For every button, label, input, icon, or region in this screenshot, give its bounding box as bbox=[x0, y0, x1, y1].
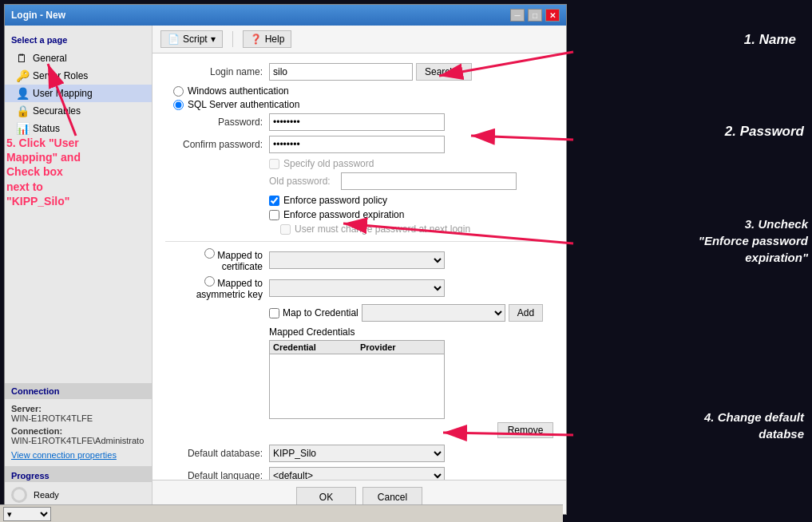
mapped-key-select[interactable] bbox=[269, 279, 445, 297]
sidebar-section-title: Select a page bbox=[5, 32, 152, 49]
remove-button[interactable]: Remove bbox=[497, 422, 553, 438]
sidebar-item-status[interactable]: 📊 Status bbox=[5, 120, 152, 137]
map-credential-checkbox[interactable] bbox=[269, 308, 279, 318]
status-icon: 📊 bbox=[16, 122, 29, 135]
credentials-table: Credential Provider bbox=[269, 340, 445, 419]
login-name-input[interactable] bbox=[269, 63, 413, 81]
provider-col-header: Provider bbox=[357, 341, 444, 354]
toolbar: 📄 Script ▾ ❓ Help bbox=[152, 26, 566, 53]
server-value: WIN-E1ROTK4TLFE bbox=[11, 413, 93, 423]
progress-title: Progress bbox=[5, 466, 152, 482]
main-content: 📄 Script ▾ ❓ Help Login name: Search... bbox=[152, 26, 566, 514]
sidebar: Select a page 🗒 General 🔑 Server Roles 👤… bbox=[5, 26, 152, 514]
default-database-label: Default database: bbox=[165, 448, 269, 459]
connection-label: Connection: bbox=[11, 426, 145, 436]
annotation-name: 1. Name bbox=[744, 32, 796, 48]
form-area: Login name: Search... Windows authentica… bbox=[152, 53, 566, 480]
main-window: Login - New ─ □ ✕ Select a page 🗒 Genera… bbox=[4, 4, 567, 515]
mapped-cert-select[interactable] bbox=[269, 251, 445, 269]
auth-radio-group: Windows authentication SQL Server authen… bbox=[173, 85, 553, 110]
confirm-password-row: Confirm password: bbox=[165, 136, 553, 153]
enforce-expiration-label: Enforce password expiration bbox=[283, 209, 404, 220]
specify-old-password-checkbox[interactable] bbox=[269, 159, 279, 169]
login-name-label: Login name: bbox=[165, 66, 269, 77]
minimize-button[interactable]: ─ bbox=[510, 9, 525, 22]
title-bar: Login - New ─ □ ✕ bbox=[5, 5, 566, 26]
sql-auth-item[interactable]: SQL Server authentication bbox=[173, 99, 553, 110]
add-button[interactable]: Add bbox=[509, 304, 543, 322]
enforce-policy-label: Enforce password policy bbox=[283, 195, 387, 206]
window-body: Select a page 🗒 General 🔑 Server Roles 👤… bbox=[5, 26, 566, 514]
mapped-credentials-label: Mapped Credentials bbox=[269, 326, 553, 338]
sidebar-item-general[interactable]: 🗒 General bbox=[5, 49, 152, 67]
old-password-row: Old password: bbox=[269, 172, 553, 190]
close-button[interactable]: ✕ bbox=[545, 9, 560, 22]
script-button[interactable]: 📄 Script ▾ bbox=[160, 30, 223, 48]
sql-auth-label: SQL Server authentication bbox=[188, 99, 299, 110]
securables-icon: 🔒 bbox=[16, 105, 29, 117]
script-dropdown-icon: ▾ bbox=[211, 34, 216, 45]
connection-info: Server: WIN-E1ROTK4TLFE Connection: WIN-… bbox=[5, 399, 152, 450]
user-must-change-label: User must change password at next login bbox=[295, 223, 470, 235]
sidebar-label-status: Status bbox=[33, 123, 60, 134]
sidebar-label-securables: Securables bbox=[33, 105, 81, 117]
sidebar-item-server-roles[interactable]: 🔑 Server Roles bbox=[5, 67, 152, 85]
default-language-select[interactable]: <default> bbox=[269, 467, 445, 480]
old-password-label: Old password: bbox=[269, 176, 341, 187]
mapped-cert-radio[interactable] bbox=[204, 248, 215, 259]
progress-status: Ready bbox=[34, 490, 59, 500]
user-must-change-checkbox[interactable] bbox=[280, 224, 291, 235]
confirm-password-input[interactable] bbox=[269, 136, 445, 153]
progress-spinner bbox=[11, 487, 27, 503]
mapped-cert-label: Mapped to certificate bbox=[217, 250, 263, 272]
map-credential-row: Map to Credential Add bbox=[269, 304, 553, 322]
script-label: Script bbox=[183, 34, 208, 45]
title-bar-buttons: ─ □ ✕ bbox=[510, 9, 560, 22]
default-language-row: Default language: <default> bbox=[165, 467, 553, 480]
mapped-cert-radio-label: Mapped to certificate bbox=[165, 248, 269, 272]
search-button[interactable]: Search... bbox=[416, 63, 472, 81]
old-password-input[interactable] bbox=[341, 172, 517, 190]
password-input[interactable] bbox=[269, 113, 445, 131]
enforce-policy-row: Enforce password policy bbox=[269, 195, 553, 206]
mapped-key-radio-label: Mapped to asymmetric key bbox=[165, 276, 269, 300]
server-roles-icon: 🔑 bbox=[16, 69, 29, 82]
credentials-table-header: Credential Provider bbox=[270, 341, 444, 354]
sql-auth-radio[interactable] bbox=[173, 100, 184, 110]
credential-col-header: Credential bbox=[270, 341, 357, 354]
help-label: Help bbox=[265, 34, 285, 45]
mapped-key-radio[interactable] bbox=[204, 276, 215, 287]
enforce-expiration-checkbox[interactable] bbox=[269, 210, 279, 220]
mapped-key-row: Mapped to asymmetric key bbox=[165, 276, 553, 300]
credentials-table-body bbox=[270, 354, 444, 418]
sidebar-item-securables[interactable]: 🔒 Securables bbox=[5, 102, 152, 120]
server-label: Server: bbox=[11, 404, 145, 413]
sidebar-label-server-roles: Server Roles bbox=[33, 70, 88, 81]
default-language-label: Default language: bbox=[165, 470, 269, 480]
login-name-row: Login name: Search... bbox=[165, 63, 553, 81]
default-database-select[interactable]: KIPP_Silo bbox=[269, 445, 445, 462]
view-connection-link[interactable]: View connection properties bbox=[5, 450, 152, 460]
maximize-button[interactable]: □ bbox=[528, 9, 542, 22]
left-annotation: 5. Click "UserMapping" andCheck boxnext … bbox=[6, 136, 146, 208]
script-icon: 📄 bbox=[168, 34, 180, 45]
taskbar: ▾ bbox=[0, 504, 563, 522]
specify-old-password-row: Specify old password bbox=[269, 158, 553, 169]
sidebar-item-user-mapping[interactable]: 👤 User Mapping bbox=[5, 85, 152, 102]
windows-auth-item[interactable]: Windows authentication bbox=[173, 85, 553, 97]
help-button[interactable]: ❓ Help bbox=[243, 30, 292, 48]
help-icon: ❓ bbox=[250, 34, 262, 45]
toolbar-separator bbox=[232, 31, 233, 47]
user-must-change-row: User must change password at next login bbox=[269, 223, 553, 235]
general-icon: 🗒 bbox=[16, 52, 29, 65]
window-title: Login - New bbox=[11, 10, 65, 21]
windows-auth-radio[interactable] bbox=[173, 86, 184, 97]
enforce-policy-checkbox[interactable] bbox=[269, 196, 279, 206]
sidebar-label-user-mapping: User Mapping bbox=[33, 88, 93, 99]
taskbar-dropdown[interactable]: ▾ bbox=[3, 507, 51, 521]
windows-auth-label: Windows authentication bbox=[188, 85, 289, 97]
map-credential-select[interactable] bbox=[362, 304, 505, 322]
annotation-password: 2. Password bbox=[725, 124, 804, 140]
right-annotations: 1. Name 2. Password 3. Uncheck"Enforce p… bbox=[573, 0, 812, 522]
mapped-cert-row: Mapped to certificate bbox=[165, 248, 553, 272]
